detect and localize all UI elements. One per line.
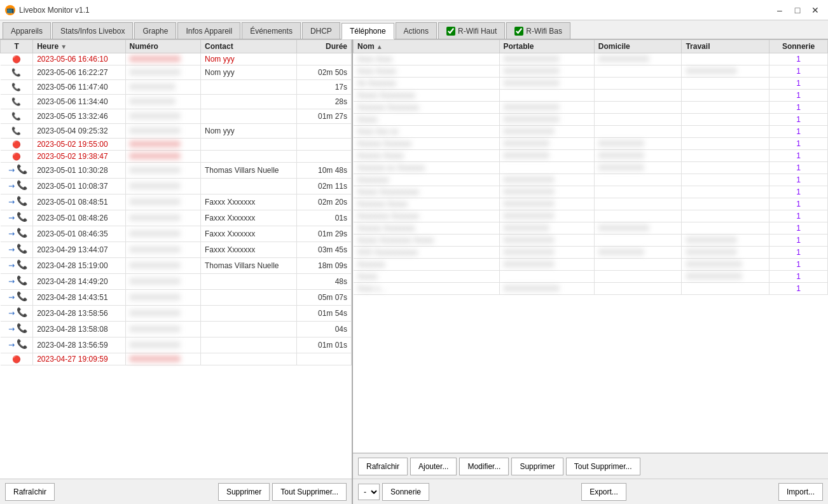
left-tout-supprimer-button[interactable]: Tout Supprimer... [272,483,347,501]
tab-dhcp[interactable]: DHCP [302,22,340,39]
contact-domicile-cell [594,235,682,247]
contact-portable-cell: XXXXXXXXXX [499,210,594,222]
contacts-container: Nom ▲ Portable Domicile Travail Sonnerie… [353,39,828,453]
right-tout-supprimer-button[interactable]: Tout Supprimer... [566,458,640,475]
right-ajouter-button[interactable]: Ajouter... [410,458,457,475]
call-type-cell: ↗📞 [1,226,33,242]
sonnerie-button[interactable]: Sonnerie [382,483,429,501]
call-duree-cell: 01m 01s [296,337,351,353]
tab-rwifi-bas[interactable]: R-Wifi Bas [506,22,570,39]
contact-nom-cell: Xxxxxxx Xxxxx [354,198,500,210]
call-log-row: ↗📞 2023-05-01 10:08:37 XXXXXXXXXX 02m 11… [1,179,352,194]
contact-domicile-cell [594,102,682,114]
tab-stats[interactable]: Stats/Infos Livebox [52,22,133,39]
call-in-icon: 📞 [11,67,22,78]
tab-graphe[interactable]: Graphe [134,22,176,39]
left-supprimer-button[interactable]: Supprimer [218,483,270,501]
col-header-nom[interactable]: Nom ▲ [354,40,500,53]
call-type-cell: ↗📞 [1,322,33,337]
contact-travail-cell [682,53,769,65]
contact-sonnerie-cell: 1 [769,65,828,78]
tab-infos-appareil[interactable]: Infos Appareil [177,22,240,39]
call-in-icon: 📞 [11,96,22,107]
tab-appareils[interactable]: Appareils [3,22,51,39]
call-contact-cell: Nom yyy [201,53,297,65]
call-numero-cell: XXXXXXXXXX [125,226,200,242]
tab-rwifi-haut[interactable]: R-Wifi Haut [438,22,505,39]
export-button[interactable]: Export... [581,483,626,501]
call-log-container: T Heure ▼ Numéro Contact Durée 🔴 2023-05… [0,39,352,479]
contact-row: Xxxxx Xxxxxxxx Xxxxx XXXXXXXXXX XXXXXXXX… [354,235,828,247]
tab-actions[interactable]: Actions [396,22,437,39]
col-header-numero: Numéro [125,40,200,53]
contact-travail-cell [682,198,769,210]
call-heure-cell: 2023-04-28 14:49:20 [33,274,125,290]
maximize-button[interactable]: □ [790,4,805,17]
contact-row: Xxxxxxx XXXXXXXXXX XXXXXXXXXXX 1 [354,259,828,271]
call-numero-cell: XXXXXXXXXX [125,322,200,337]
contact-nom-cell: Xx Xxxxxxx [354,78,500,90]
call-out-phone: 📞 [17,323,27,333]
call-out-phone: 📞 [17,212,27,222]
contact-row: Xxxxx XXXXXXXXXXX 1 [354,114,828,126]
call-log-scroll[interactable]: T Heure ▼ Numéro Contact Durée 🔴 2023-05… [0,39,352,479]
contact-travail-cell [682,150,769,162]
contact-nom-cell: Xxxxxxx Xxxxxxxx [354,102,500,114]
call-log-row: 📞 2023-05-06 11:47:40 XXXXXXXXX 17s [1,80,352,95]
minimize-button[interactable]: – [772,4,787,17]
call-duree-cell: 02m 11s [296,179,351,194]
contact-portable-cell: XXXXXXXXXX [499,174,594,186]
call-heure-cell: 2023-04-28 15:19:00 [33,258,125,274]
sonnerie-select[interactable]: - [358,484,380,500]
contact-nom-cell: XXX Xxxxxxxxxxx [354,247,500,259]
import-button[interactable]: Import... [778,483,823,501]
call-heure-cell: 2023-04-28 14:43:51 [33,290,125,306]
call-heure-cell: 2023-05-06 16:22:27 [33,65,125,80]
call-contact-cell [201,353,297,365]
call-type-cell: ↗📞 [1,210,33,226]
call-log-row: ↗📞 2023-04-28 13:58:56 XXXXXXXXXX 01m 54… [1,306,352,322]
contacts-scroll[interactable]: Nom ▲ Portable Domicile Travail Sonnerie… [353,39,828,453]
contacts-table: Nom ▲ Portable Domicile Travail Sonnerie… [353,39,828,295]
left-rafraichir-button[interactable]: Rafraîchir [5,483,55,501]
contact-domicile-cell: XXXXXXXXXX [594,53,682,65]
right-supprimer-button[interactable]: Supprimer [511,458,563,475]
right-rafraichir-button[interactable]: Rafraîchir [358,458,408,475]
contact-travail-cell [682,138,769,150]
contact-domicile-cell: XXXXXXXXX [594,247,682,259]
rwifi-bas-checkbox[interactable] [514,27,523,36]
right-modifier-button[interactable]: Modifier... [459,458,509,475]
contact-sonnerie-cell: 1 [769,174,828,186]
call-numero-cell: XXXXXXXXXX [125,53,200,65]
call-contact-cell: Thomas Villars Nuelle [201,258,297,274]
call-log-row: 🔴 2023-04-27 19:09:59 XXXXXXXXXX [1,353,352,365]
call-numero-cell: XXXXXXXXXX [125,151,200,163]
call-log-row: ↗📞 2023-04-28 14:43:51 XXXXXXXXXX 05m 07… [1,290,352,306]
contact-portable-cell [499,271,594,283]
close-button[interactable]: ✕ [808,4,823,17]
col-header-heure[interactable]: Heure ▼ [33,40,125,53]
call-duree-cell [296,139,351,151]
contact-sonnerie-cell: 1 [769,90,828,102]
call-heure-cell: 2023-05-02 19:38:47 [33,151,125,163]
rwifi-haut-checkbox[interactable] [446,27,455,36]
contact-portable-cell: XXXXXXXXXXX [499,65,594,78]
tab-evenements[interactable]: Événements [242,22,301,39]
call-out-phone: 📞 [17,243,27,254]
call-log-row: 🔴 2023-05-02 19:38:47 XXXXXXXXXX [1,151,352,163]
contact-domicile-cell [594,283,682,295]
call-heure-cell: 2023-05-01 08:48:26 [33,210,125,226]
contact-row: Xxxxxxx Xxxxx XXXXXXXXXX 1 [354,198,828,210]
contact-nom-cell: Xxxxx Xxxxxxxx Xxxxx [354,235,500,247]
call-contact-cell: Nom yyy [201,124,297,139]
tab-telephone[interactable]: Téléphone [342,23,394,39]
rwifi-bas-label: R-Wifi Bas [526,27,562,36]
contact-domicile-cell: XXXXXXXXX [594,150,682,162]
contact-row: Xxxxxx Xxxxxxx XXXXXXXXX XXXXXXXXX 1 [354,138,828,150]
missed-icon: 🔴 [12,355,21,363]
call-type-cell: ↗📞 [1,194,33,210]
call-log-row: 📞 2023-05-05 13:32:46 XXXXXXXXXX 01m 27s [1,109,352,124]
call-log-row: ↗📞 2023-05-01 08:48:26 XXXXXXXXXX Faxxx … [1,210,352,226]
call-out-phone: 📞 [17,259,27,269]
contact-domicile-cell [594,114,682,126]
